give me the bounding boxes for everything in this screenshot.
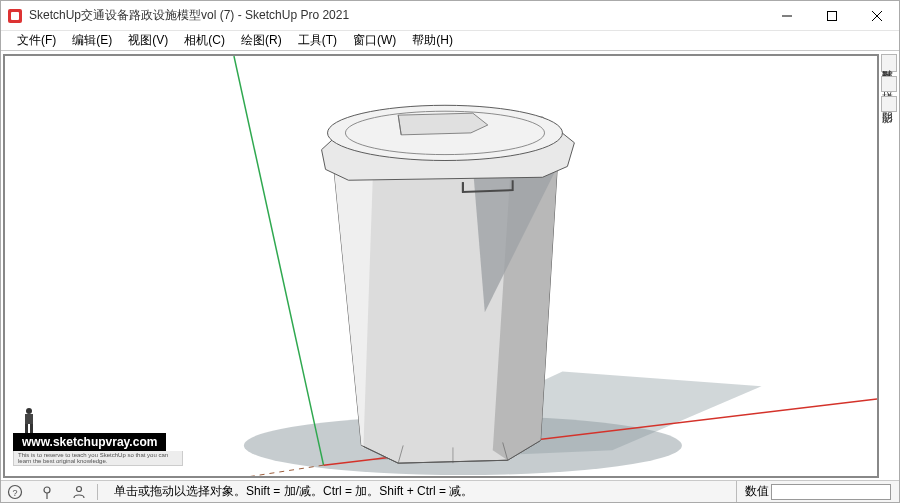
svg-rect-1 xyxy=(11,12,19,20)
menu-help[interactable]: 帮助(H) xyxy=(404,32,461,49)
geolocation-icon[interactable] xyxy=(39,484,55,500)
tray-default[interactable]: 默认面板 xyxy=(881,54,897,72)
svg-point-15 xyxy=(26,408,32,414)
watermark: www.sketchupvray.com This is to reserve … xyxy=(13,407,183,466)
menu-tools[interactable]: 工具(T) xyxy=(290,32,345,49)
watermark-sub: This is to reserve to teach you SketchUp… xyxy=(13,451,183,466)
menu-view[interactable]: 视图(V) xyxy=(120,32,176,49)
status-bar: ? 单击或拖动以选择对象。Shift = 加/减。Ctrl = 加。Shift … xyxy=(1,480,899,502)
axis-red-neg xyxy=(5,465,324,476)
svg-rect-16 xyxy=(25,414,33,424)
status-divider xyxy=(97,484,98,500)
main-area: www.sketchupvray.com This is to reserve … xyxy=(1,52,899,480)
menu-bar: 文件(F) 编辑(E) 视图(V) 相机(C) 绘图(R) 工具(T) 窗口(W… xyxy=(1,31,899,51)
app-icon xyxy=(7,8,23,24)
watermark-url: www.sketchupvray.com xyxy=(13,433,166,451)
svg-point-21 xyxy=(44,487,50,493)
title-bar: SketchUp交通设备路政设施模型vol (7) - SketchUp Pro… xyxy=(1,1,899,31)
svg-text:?: ? xyxy=(12,488,17,498)
measurements-input[interactable] xyxy=(771,484,891,500)
measurements-label: 数值 xyxy=(745,483,769,500)
viewport[interactable]: www.sketchupvray.com This is to reserve … xyxy=(3,54,879,478)
window-title: SketchUp交通设备路政设施模型vol (7) - SketchUp Pro… xyxy=(29,7,764,24)
tray-shadows[interactable]: 阴影 xyxy=(881,96,897,112)
menu-edit[interactable]: 编辑(E) xyxy=(64,32,120,49)
menu-window[interactable]: 窗口(W) xyxy=(345,32,404,49)
credits-icon[interactable] xyxy=(71,484,87,500)
menu-file[interactable]: 文件(F) xyxy=(9,32,64,49)
svg-rect-3 xyxy=(827,11,836,20)
model-trash-bin xyxy=(322,105,575,463)
axis-green xyxy=(234,56,324,465)
window-controls xyxy=(764,1,899,30)
close-button[interactable] xyxy=(854,1,899,30)
status-hint: 单击或拖动以选择对象。Shift = 加/减。Ctrl = 加。Shift + … xyxy=(108,483,473,500)
tray-tabs: 默认面板 样式 阴影 xyxy=(881,52,899,480)
measurements-box: 数值 xyxy=(736,481,899,502)
minimize-button[interactable] xyxy=(764,1,809,30)
help-icon[interactable]: ? xyxy=(7,484,23,500)
menu-draw[interactable]: 绘图(R) xyxy=(233,32,290,49)
menu-camera[interactable]: 相机(C) xyxy=(176,32,233,49)
watermark-figure-icon xyxy=(19,407,39,435)
tray-styles[interactable]: 样式 xyxy=(881,76,897,92)
svg-point-22 xyxy=(77,486,82,491)
maximize-button[interactable] xyxy=(809,1,854,30)
